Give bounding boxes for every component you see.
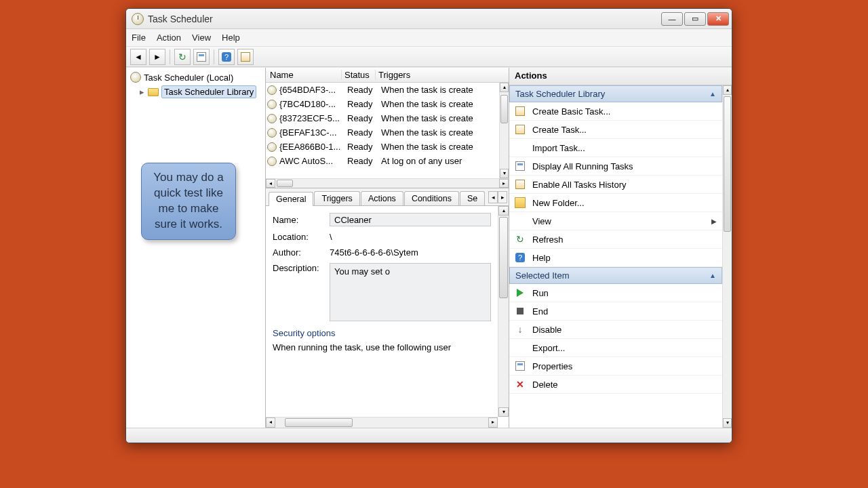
- toolbar: ◄ ► ↻ ?: [126, 47, 732, 67]
- task-row[interactable]: {7BC4D180-... Ready When the task is cre…: [266, 97, 499, 111]
- tab-scroll-right[interactable]: ▸: [498, 191, 507, 203]
- location-value: \: [330, 232, 491, 242]
- name-field[interactable]: CCleaner: [330, 213, 491, 226]
- nav-forward-button[interactable]: ►: [149, 49, 165, 65]
- scroll-left-button[interactable]: ◂: [266, 418, 275, 428]
- action-run[interactable]: Run: [509, 284, 722, 302]
- tree-library[interactable]: ▸ Task Scheduler Library: [129, 84, 262, 100]
- menu-file[interactable]: File: [132, 33, 146, 43]
- tab-triggers[interactable]: Triggers: [314, 191, 359, 205]
- task-list-vscroll[interactable]: ▴ ▾: [499, 83, 509, 178]
- scroll-down-button[interactable]: ▾: [723, 418, 732, 428]
- action-refresh[interactable]: ↻ Refresh: [509, 230, 722, 249]
- task-icon: [267, 100, 277, 109]
- client-area: Task Scheduler (Local) ▸ Task Scheduler …: [126, 67, 732, 428]
- disable-icon: ↓: [515, 324, 526, 335]
- tree-root-label: Task Scheduler (Local): [144, 73, 233, 83]
- actions-group-selected[interactable]: Selected Item ▲: [509, 267, 722, 284]
- menu-help[interactable]: Help: [222, 33, 240, 43]
- column-status[interactable]: Status: [342, 70, 376, 80]
- task-row[interactable]: {83723ECF-5... Ready When the task is cr…: [266, 111, 499, 125]
- history-icon: [515, 179, 526, 190]
- action-create-task[interactable]: Create Task...: [509, 121, 722, 139]
- action-display-running[interactable]: Display All Running Tasks: [509, 157, 722, 176]
- task-icon: [267, 128, 277, 138]
- actions-group-library[interactable]: Task Scheduler Library ▲: [509, 85, 722, 102]
- action-delete[interactable]: ✕ Delete: [509, 375, 722, 394]
- scroll-thumb[interactable]: [285, 418, 353, 427]
- menu-view[interactable]: View: [192, 33, 211, 43]
- menu-action[interactable]: Action: [157, 33, 181, 43]
- maximize-button[interactable]: ▭: [684, 12, 706, 26]
- nav-back-button[interactable]: ◄: [130, 49, 146, 65]
- toolbar-divider: [170, 49, 170, 64]
- scroll-down-button[interactable]: ▾: [500, 169, 509, 178]
- tab-scroll-left[interactable]: ◂: [488, 191, 498, 203]
- task-name: {83723ECF-5...: [279, 113, 344, 123]
- action-label: View: [532, 216, 551, 226]
- action-properties[interactable]: Properties: [509, 357, 722, 375]
- scroll-right-button[interactable]: ▸: [499, 179, 509, 188]
- help-tool-button[interactable]: ?: [218, 49, 235, 65]
- scroll-down-button[interactable]: ▾: [498, 407, 509, 417]
- properties-tool-button[interactable]: [193, 49, 210, 65]
- action-label: Import Task...: [532, 143, 585, 153]
- scroll-up-button[interactable]: ▴: [500, 83, 509, 92]
- column-name[interactable]: Name: [266, 70, 342, 80]
- detail-hscroll[interactable]: ◂ ▸: [266, 417, 498, 428]
- tab-conditions[interactable]: Conditions: [404, 191, 459, 205]
- detail-pane: General Triggers Actions Conditions Se ◂…: [266, 188, 509, 428]
- scroll-left-button[interactable]: ◂: [266, 179, 275, 188]
- action-label: Disable: [532, 325, 561, 335]
- column-triggers[interactable]: Triggers: [376, 70, 509, 80]
- scroll-thumb[interactable]: [277, 180, 293, 187]
- tab-settings[interactable]: Se: [460, 191, 485, 205]
- task-icon: [515, 124, 526, 135]
- action-export[interactable]: Export...: [509, 339, 722, 357]
- actions-title: Actions: [509, 68, 732, 85]
- scroll-right-button[interactable]: ▸: [488, 418, 498, 428]
- expand-icon[interactable]: ▸: [138, 87, 145, 97]
- task-row[interactable]: {BEFAF13C-... Ready When the task is cre…: [266, 125, 499, 140]
- task-list-hscroll[interactable]: ◂ ▸: [266, 178, 509, 188]
- action-create-basic-task[interactable]: Create Basic Task...: [509, 102, 722, 121]
- task-row[interactable]: {654BDAF3-... Ready When the task is cre…: [266, 83, 499, 97]
- action-new-folder[interactable]: New Folder...: [509, 194, 722, 212]
- action-enable-history[interactable]: Enable All Tasks History: [509, 176, 722, 194]
- scroll-up-button[interactable]: ▴: [723, 85, 732, 95]
- minimize-button[interactable]: —: [661, 12, 683, 26]
- description-field[interactable]: You may set o: [330, 263, 491, 321]
- task-name: {EEA866B0-1...: [279, 142, 344, 152]
- help-icon: ?: [515, 252, 526, 263]
- app-icon: [132, 13, 144, 25]
- tab-general[interactable]: General: [269, 192, 313, 206]
- task-icon: [267, 157, 277, 166]
- task-row[interactable]: AWC AutoS... Ready At log on of any user: [266, 154, 499, 168]
- task-trigger: When the task is create: [378, 142, 499, 152]
- action-help[interactable]: ? Help: [509, 249, 722, 267]
- titlebar[interactable]: Task Scheduler — ▭ ✕: [126, 9, 732, 29]
- task-row[interactable]: {EEA866B0-1... Ready When the task is cr…: [266, 140, 499, 154]
- task-icon: [267, 142, 277, 152]
- scroll-up-button[interactable]: ▴: [498, 206, 509, 216]
- detail-body: Name: CCleaner Location: \ Author: 745t6…: [266, 206, 509, 428]
- task-trigger: When the task is create: [378, 99, 499, 109]
- close-button[interactable]: ✕: [707, 12, 729, 26]
- tab-actions[interactable]: Actions: [361, 191, 403, 205]
- refresh-tool-button[interactable]: ↻: [174, 49, 191, 65]
- action-import-task[interactable]: Import Task...: [509, 139, 722, 157]
- properties-icon: [515, 361, 526, 371]
- folder-icon: [148, 88, 159, 96]
- action-end[interactable]: End: [509, 302, 722, 321]
- action-disable[interactable]: ↓ Disable: [509, 321, 722, 339]
- detail-vscroll[interactable]: ▴ ▾: [498, 206, 509, 417]
- action-label: End: [532, 306, 548, 317]
- scroll-thumb[interactable]: [724, 96, 731, 232]
- tree-root[interactable]: Task Scheduler (Local): [129, 70, 262, 84]
- scroll-thumb[interactable]: [499, 217, 508, 298]
- action-view[interactable]: View ▶: [509, 212, 722, 230]
- actions-vscroll[interactable]: ▴ ▾: [722, 85, 732, 428]
- scroll-thumb[interactable]: [500, 95, 508, 123]
- run-as-text: When running the task, use the following…: [273, 342, 491, 352]
- export-tool-button[interactable]: [237, 49, 254, 65]
